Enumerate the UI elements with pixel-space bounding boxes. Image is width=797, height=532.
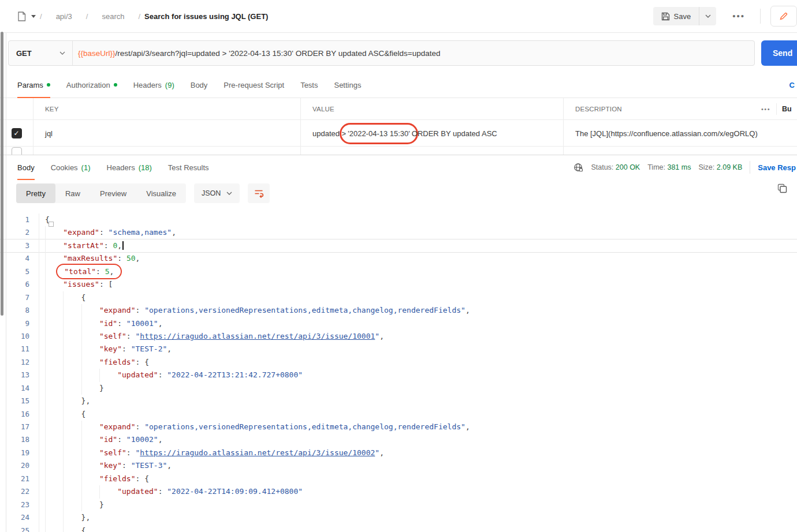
json-token: "10001" (126, 319, 158, 328)
json-token: : { (136, 358, 149, 366)
copy-response-button[interactable] (777, 183, 788, 194)
cookies-link[interactable]: C (789, 72, 795, 98)
url-field: GET {{baseUrl}}/rest/api/3/search?jql=up… (8, 40, 755, 66)
wrap-text-button[interactable] (248, 183, 270, 203)
view-raw[interactable]: Raw (55, 183, 90, 203)
response-body-editor: 1{2"expand": "schema,names",3"startAt": … (0, 207, 797, 532)
params-table: KEY VALUE DESCRIPTION ••• Bu jql updated… (0, 98, 797, 155)
json-token: : { (136, 474, 149, 483)
json-token: "id" (99, 319, 117, 328)
save-icon (661, 12, 670, 21)
tab-headers[interactable]: Headers(9) (133, 72, 174, 98)
tab-response-headers[interactable]: Headers(18) (107, 155, 152, 179)
tab-response-cookies[interactable]: Cookies(1) (51, 155, 91, 179)
format-select[interactable]: JSON (194, 183, 240, 203)
json-token: "updated" (117, 487, 158, 496)
json-token: "maxResults" (63, 254, 117, 263)
send-button[interactable]: Send (761, 40, 797, 66)
json-token: : (122, 344, 131, 353)
breadcrumb-segment-api3[interactable]: api/3 (46, 12, 82, 21)
code-line: 2"expand": "schema,names", (0, 226, 797, 239)
param-row-empty (0, 147, 797, 155)
json-token: "schema,names" (109, 228, 172, 237)
param-description-cell[interactable]: The [JQL](https://confluence.atlassian.c… (563, 120, 758, 147)
time-value: 381 ms (667, 163, 691, 171)
network-info-icon[interactable] (573, 163, 583, 173)
json-token: " (375, 332, 379, 340)
json-token: "operations,versionedRepresentations,edi… (144, 422, 465, 431)
view-visualize[interactable]: Visualize (136, 183, 186, 203)
response-meta: Status: 200 OK Time: 381 ms Size: 2.09 K… (573, 155, 797, 179)
json-token: , (117, 241, 122, 250)
edit-button[interactable] (770, 6, 797, 27)
tab-body[interactable]: Body (191, 72, 208, 98)
param-key-cell[interactable]: jql (33, 120, 300, 147)
json-token: "expand" (99, 306, 136, 314)
json-token: : (126, 448, 136, 457)
json-link[interactable]: https://iragudo.atlassian.net/rest/api/3… (140, 332, 375, 340)
more-actions-button[interactable]: ••• (732, 13, 745, 19)
json-token: , (158, 435, 163, 444)
tab-response-body[interactable]: Body (17, 155, 35, 179)
json-token: { (81, 410, 86, 418)
json-token: : (122, 461, 131, 470)
response-section: Body Cookies(1) Headers(18) Test Results… (0, 155, 797, 532)
fold-toggle-icon[interactable] (49, 222, 54, 227)
breadcrumb-segment-search[interactable]: search (92, 12, 134, 21)
response-toolbar: Pretty Raw Preview Visualize JSON (0, 179, 797, 207)
view-pretty[interactable]: Pretty (16, 183, 55, 203)
method-select[interactable]: GET (9, 41, 73, 65)
json-token: "key" (99, 461, 122, 470)
bulk-edit-link[interactable]: Bu (782, 105, 792, 113)
json-token: "total" (64, 267, 96, 276)
tab-params[interactable]: Params (17, 72, 50, 98)
request-file-icon[interactable] (17, 12, 26, 21)
json-token: "issues" (63, 280, 99, 289)
vertical-scrollbar[interactable] (1, 32, 3, 316)
code-line: 14} (0, 382, 797, 395)
tab-settings[interactable]: Settings (334, 72, 361, 98)
json-token: : [ (99, 280, 113, 289)
param-value-cell[interactable]: updated > '2022-04-13 15:30' ORDER BY up… (300, 120, 563, 147)
tab-authorization[interactable]: Authorization (66, 72, 117, 98)
code-line: 10"self": "https://iragudo.atlassian.net… (0, 330, 797, 343)
save-options-button[interactable] (699, 7, 716, 25)
json-link[interactable]: https://iragudo.atlassian.net/rest/api/3… (140, 448, 375, 457)
save-button[interactable]: Save (653, 7, 699, 25)
code-line: 23} (0, 499, 797, 511)
json-token: "2022-04-22T14:09:09.412+0800" (167, 487, 303, 496)
json-token: "startAt" (63, 241, 103, 250)
tab-tests[interactable]: Tests (300, 72, 318, 98)
tab-pre-request-script[interactable]: Pre-request Script (224, 72, 284, 98)
auth-status-dot (114, 83, 117, 87)
code-line: 8"expand": "operations,versionedRepresen… (0, 304, 797, 317)
json-token: , (379, 332, 384, 340)
json-token: "key" (99, 344, 122, 353)
json-token: "operations,versionedRepresentations,edi… (144, 306, 465, 314)
code-line: 18"id": "10002", (0, 433, 797, 446)
wrap-text-icon (254, 189, 264, 198)
pane-border (6, 33, 6, 532)
tab-test-results[interactable]: Test Results (168, 155, 209, 179)
json-token: , (379, 448, 384, 457)
json-token: , (172, 228, 176, 237)
json-token: }, (81, 396, 91, 405)
json-token: { (81, 526, 86, 532)
code-line: 25{ (0, 524, 797, 532)
param-checkbox-empty[interactable] (12, 147, 22, 155)
code-line: 4"maxResults": 50, (0, 252, 797, 265)
json-token: "expand" (99, 422, 136, 431)
json-token: : (117, 435, 126, 444)
json-token: , (465, 306, 470, 314)
save-response-button[interactable]: Save Resp (758, 163, 797, 172)
breadcrumb-dropdown-icon[interactable] (31, 15, 36, 18)
postman-app: / api/3 / search / Search for issues usi… (0, 0, 797, 532)
code-line: 20"key": "TEST-3", (0, 459, 797, 472)
url-input[interactable]: {{baseUrl}}/rest/api/3/search?jql=update… (73, 49, 440, 58)
json-token: 50 (126, 254, 136, 263)
params-header-row: KEY VALUE DESCRIPTION ••• Bu (0, 98, 797, 120)
param-checkbox[interactable] (12, 128, 22, 138)
view-preview[interactable]: Preview (90, 183, 136, 203)
json-token: , (136, 254, 140, 263)
params-more-icon[interactable]: ••• (758, 106, 776, 113)
